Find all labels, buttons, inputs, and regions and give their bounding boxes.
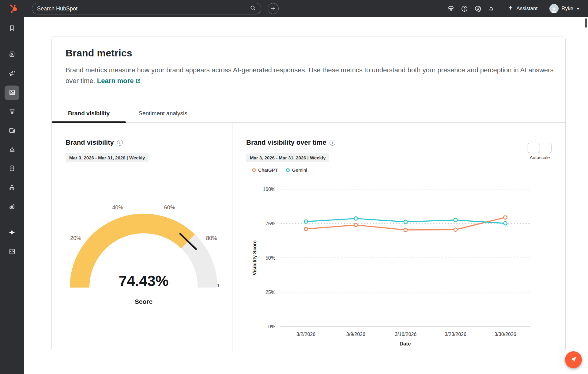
- chatgpt-marker-icon: [252, 168, 256, 172]
- bookmark-icon: [9, 25, 15, 33]
- page-description: Brand metrics measure how your brand app…: [66, 65, 556, 87]
- sparkle-icon: [8, 228, 16, 238]
- autoscale-toggle[interactable]: [528, 143, 552, 153]
- info-icon[interactable]: i: [117, 140, 123, 146]
- svg-text:50%: 50%: [266, 255, 275, 261]
- funnel-icon: [9, 108, 16, 116]
- content-image-icon: [9, 89, 16, 97]
- sidebar-item-marketing[interactable]: [5, 67, 19, 81]
- sidebar-divider: [7, 220, 17, 220]
- hubspot-logo[interactable]: [7, 3, 20, 14]
- sidebar-item-developer[interactable]: [5, 245, 19, 259]
- svg-text:Visibility Score: Visibility Score: [252, 240, 257, 276]
- info-icon[interactable]: i: [330, 140, 335, 146]
- tab-sentiment-analysis[interactable]: Sentiment analysis: [126, 105, 200, 122]
- external-link-icon: [135, 76, 141, 87]
- left-navigation-sidebar: [0, 17, 24, 374]
- database-icon: [9, 165, 15, 173]
- top-navigation-bar: Search HubSpot: [0, 0, 588, 17]
- autoscale-label: Autoscale: [528, 155, 552, 160]
- bar-chart-icon: [9, 203, 15, 211]
- line-chart-title: Brand visibility over time i: [246, 139, 335, 147]
- help-icon[interactable]: [458, 2, 471, 15]
- chevron-down-icon: [576, 6, 580, 12]
- workflow-icon: [9, 184, 15, 192]
- autoscale-toggle-knob: [528, 143, 540, 153]
- create-button[interactable]: [268, 3, 279, 14]
- gauge-chart-title: Brand visibility i: [66, 139, 123, 147]
- svg-text:Date: Date: [400, 341, 411, 346]
- user-menu[interactable]: Ryke: [547, 4, 580, 13]
- global-search-input[interactable]: Search HubSpot: [32, 3, 261, 14]
- search-icon: [250, 5, 256, 13]
- contacts-book-icon: [9, 51, 15, 59]
- brand-visibility-over-time-panel: Brand visibility over time i Mar 3, 2026…: [232, 123, 565, 352]
- marketplace-icon[interactable]: [444, 2, 458, 15]
- line-chart: 0%25%50%75%100%3/2/20263/9/20263/16/2026…: [232, 174, 566, 346]
- brand-metrics-card: Brand metrics Brand metrics measure how …: [51, 36, 566, 352]
- svg-text:0%: 0%: [268, 324, 275, 329]
- assistant-sparkle-icon: [507, 5, 514, 13]
- sidebar-item-reporting[interactable]: [5, 200, 19, 214]
- svg-text:3/30/2026: 3/30/2026: [494, 332, 516, 337]
- chart-legend: ChatGPT Gemini: [252, 167, 307, 173]
- gauge-date-range-badge: Mar 3, 2026 - Mar 31, 2026 | Weekly: [66, 153, 149, 162]
- feedback-send-button[interactable]: [565, 351, 582, 368]
- sidebar-item-data[interactable]: [5, 162, 19, 176]
- svg-text:1: 1: [217, 283, 220, 288]
- svg-text:3/16/2026: 3/16/2026: [395, 332, 417, 337]
- gauge-chart: 20%40%60%80%174.43%Score: [59, 171, 226, 309]
- avatar: [549, 4, 559, 13]
- svg-text:74.43%: 74.43%: [119, 273, 169, 289]
- tab-brand-visibility[interactable]: Brand visibility: [52, 105, 126, 122]
- user-name: Ryke: [561, 6, 573, 12]
- sidebar-item-bookmarks[interactable]: [5, 21, 19, 36]
- page-title: Brand metrics: [66, 48, 132, 59]
- svg-text:20%: 20%: [70, 235, 81, 241]
- svg-text:40%: 40%: [112, 204, 123, 211]
- svg-text:3/2/2026: 3/2/2026: [296, 332, 315, 337]
- line-date-range-badge: Mar 3, 2026 - Mar 31, 2026 | Weekly: [246, 153, 329, 162]
- wallet-icon: [9, 127, 16, 135]
- service-bell-icon: [9, 146, 16, 154]
- sidebar-item-commerce[interactable]: [5, 124, 19, 138]
- svg-text:3/9/2026: 3/9/2026: [346, 332, 365, 337]
- learn-more-link[interactable]: Learn more: [97, 77, 141, 85]
- sidebar-item-ai[interactable]: [5, 226, 19, 240]
- topbar-divider: [502, 4, 502, 13]
- main-content-area: Brand metrics Brand metrics measure how …: [24, 17, 588, 374]
- code-icon: [9, 248, 16, 256]
- sidebar-item-service[interactable]: [5, 143, 19, 157]
- tab-bar: Brand visibility Sentiment analysis: [52, 105, 565, 123]
- sidebar-item-automations[interactable]: [5, 181, 19, 195]
- send-plane-icon: [570, 356, 577, 364]
- search-placeholder: Search HubSpot: [37, 6, 250, 12]
- settings-gear-icon[interactable]: [471, 2, 484, 15]
- assistant-label: Assistant: [516, 6, 537, 12]
- gemini-marker-icon: [286, 168, 290, 172]
- megaphone-icon: [9, 70, 16, 78]
- svg-text:Score: Score: [135, 298, 153, 305]
- sidebar-item-content-active[interactable]: [5, 86, 19, 100]
- svg-text:80%: 80%: [206, 235, 217, 241]
- sidebar-divider: [7, 42, 17, 42]
- svg-text:3/23/2026: 3/23/2026: [445, 332, 466, 337]
- autoscale-control[interactable]: Autoscale: [528, 143, 552, 160]
- sidebar-item-sales[interactable]: [5, 105, 19, 119]
- notifications-bell-icon[interactable]: [484, 2, 498, 15]
- legend-item-gemini[interactable]: Gemini: [286, 167, 307, 173]
- sidebar-item-contacts[interactable]: [5, 48, 19, 62]
- vertical-scrollbar[interactable]: [585, 18, 587, 28]
- topbar-divider: [543, 4, 543, 13]
- legend-item-chatgpt[interactable]: ChatGPT: [252, 167, 278, 173]
- svg-text:60%: 60%: [164, 204, 175, 211]
- svg-text:75%: 75%: [266, 221, 275, 226]
- svg-text:25%: 25%: [266, 290, 275, 295]
- assistant-button[interactable]: Assistant: [506, 5, 539, 13]
- svg-text:100%: 100%: [263, 187, 275, 192]
- brand-visibility-panel: Brand visibility i Mar 3, 2026 - Mar 31,…: [52, 123, 232, 352]
